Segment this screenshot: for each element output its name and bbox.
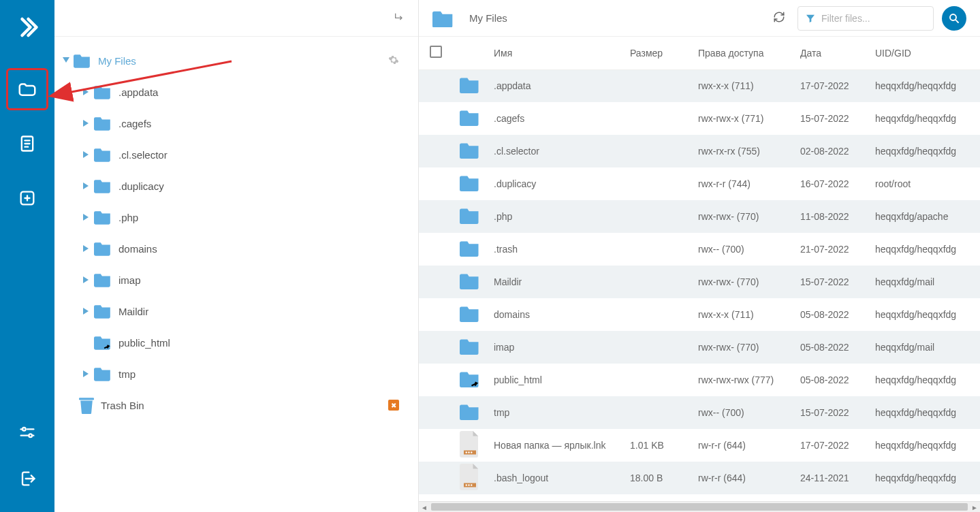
tree-item[interactable]: .php xyxy=(54,202,411,233)
table-row[interactable]: .cagefsrwx-rwx-x (771)15-07-2022heqqxfdg… xyxy=(419,102,980,135)
table-row[interactable]: imaprwx-rwx- (770)05-08-2022heqqxfdg/mai… xyxy=(419,331,980,364)
cell-name: .bash_logout xyxy=(487,462,623,494)
cell-date: 21-07-2022 xyxy=(793,233,868,266)
breadcrumb-label: My Files xyxy=(469,12,507,24)
folder-icon xyxy=(94,241,112,256)
tree-root[interactable]: My Files xyxy=(54,45,411,76)
cell-uid: heqqxfdg/heqqxfdg xyxy=(868,396,980,429)
folder-icon xyxy=(460,182,480,193)
tree-trash[interactable]: Trash Bin ✖ xyxy=(54,389,411,421)
svg-marker-17 xyxy=(83,120,89,127)
folder-icon xyxy=(460,84,480,95)
th-date[interactable]: Дата xyxy=(793,37,868,69)
rail-item-add[interactable] xyxy=(6,177,48,219)
tree-item[interactable]: public_html xyxy=(54,327,411,358)
empty-trash-icon[interactable]: ✖ xyxy=(388,400,399,411)
cell-size xyxy=(623,266,691,298)
tree-item[interactable]: .cagefs xyxy=(54,108,411,139)
cell-date: 17-07-2022 xyxy=(793,429,868,462)
folder-icon xyxy=(460,248,480,259)
app-logo[interactable] xyxy=(14,14,41,41)
nav-rail xyxy=(0,0,54,512)
cell-perm: rwx-rwx- (770) xyxy=(691,331,793,364)
tree-item-label: .cagefs xyxy=(118,118,151,129)
cell-perm: rwx-rwx- (770) xyxy=(691,200,793,233)
caret-down-icon[interactable] xyxy=(61,56,71,65)
filter-input-wrap[interactable] xyxy=(797,6,934,31)
table-row[interactable]: public_htmlrwx-rwx-rwx (777)05-08-2022he… xyxy=(419,364,980,396)
folder-icon xyxy=(460,281,480,291)
rail-item-settings[interactable] xyxy=(6,411,48,453)
table-row[interactable]: .appdatarwx-x-x (711)17-07-2022heqqxfdg/… xyxy=(419,69,980,102)
table-row[interactable]: Maildirrwx-rwx- (770)15-07-2022heqqxfdg/… xyxy=(419,266,980,298)
caret-right-icon[interactable] xyxy=(82,181,91,191)
svg-point-30 xyxy=(468,451,469,453)
caret-right-icon[interactable] xyxy=(82,212,91,222)
select-all-checkbox[interactable] xyxy=(430,46,442,58)
table-row[interactable]: .phprwx-rwx- (770)11-08-2022heqqxfdg/apa… xyxy=(419,200,980,233)
folder-icon xyxy=(460,313,480,324)
caret-right-icon[interactable] xyxy=(82,306,91,316)
scroll-left-arrow[interactable]: ◄ xyxy=(419,502,430,512)
breadcrumb[interactable]: My Files xyxy=(432,10,761,27)
svg-line-27 xyxy=(955,19,958,22)
table-row[interactable]: .trashrwx-- (700)21-07-2022heqqxfdg/heqq… xyxy=(419,233,980,266)
svg-marker-23 xyxy=(83,308,89,315)
table-row[interactable]: .duplicacyrwx-r-r (744)16-07-2022root/ro… xyxy=(419,167,980,200)
th-perm[interactable]: Права доступа xyxy=(691,37,793,69)
table-row[interactable]: .cl.selectorrwx-rx-rx (755)02-08-2022heq… xyxy=(419,135,980,167)
cell-date: 11-08-2022 xyxy=(793,200,868,233)
folder-icon xyxy=(94,366,112,381)
tree-item[interactable]: domains xyxy=(54,233,411,264)
search-icon xyxy=(948,12,960,25)
gear-icon[interactable] xyxy=(388,54,399,67)
cell-date: 15-07-2022 xyxy=(793,396,868,429)
folder-icon xyxy=(94,335,112,350)
cell-name: Новая папка — ярлык.lnk xyxy=(487,429,623,462)
file-table-wrap[interactable]: Имя Размер Права доступа Дата UID/GID .a… xyxy=(419,37,980,501)
table-row[interactable]: domainsrwx-x-x (711)05-08-2022heqqxfdg/h… xyxy=(419,298,980,331)
rail-item-files[interactable] xyxy=(6,68,48,110)
caret-right-icon[interactable] xyxy=(82,150,91,159)
enter-icon[interactable] xyxy=(394,12,405,25)
cell-size xyxy=(623,200,691,233)
caret-right-icon[interactable] xyxy=(82,338,91,347)
tree-item[interactable]: .duplicacy xyxy=(54,170,411,202)
table-row[interactable]: Новая папка — ярлык.lnk1.01 KBrw-r-r (64… xyxy=(419,429,980,462)
cell-name: .php xyxy=(487,200,623,233)
caret-right-icon[interactable] xyxy=(82,118,91,128)
cell-size: 18.00 B xyxy=(623,462,691,494)
filter-input[interactable] xyxy=(821,13,926,24)
tree-item[interactable]: imap xyxy=(54,264,411,295)
th-size[interactable]: Размер xyxy=(623,37,691,69)
folder-icon xyxy=(460,215,480,226)
cell-perm: rwx-x-x (711) xyxy=(691,298,793,331)
search-button[interactable] xyxy=(942,6,966,31)
horizontal-scrollbar[interactable]: ◄ ► xyxy=(419,501,980,512)
svg-marker-24 xyxy=(83,370,89,377)
cell-uid: root/root xyxy=(868,167,980,200)
tree-item[interactable]: Maildir xyxy=(54,295,411,327)
svg-point-35 xyxy=(471,484,472,485)
tree-item[interactable]: .cl.selector xyxy=(54,139,411,170)
cell-perm: rwx-r-r (744) xyxy=(691,167,793,200)
table-row[interactable]: tmprwx-- (700)15-07-2022heqqxfdg/heqqxfd… xyxy=(419,396,980,429)
tree-item[interactable]: tmp xyxy=(54,358,411,389)
refresh-button[interactable] xyxy=(769,7,789,29)
tree-item-label: .cl.selector xyxy=(118,149,168,161)
folder-icon xyxy=(94,147,112,162)
caret-right-icon[interactable] xyxy=(82,275,91,285)
tree-item[interactable]: .appdata xyxy=(54,76,411,108)
rail-item-logout[interactable] xyxy=(6,458,48,500)
rail-item-document[interactable] xyxy=(6,123,48,165)
scroll-right-arrow[interactable]: ► xyxy=(969,502,980,512)
caret-right-icon[interactable] xyxy=(82,87,91,97)
tree-panel: My Files .appdata.cagefs.cl.selector.dup… xyxy=(54,0,419,512)
th-uid[interactable]: UID/GID xyxy=(868,37,980,69)
table-row[interactable]: .bash_logout18.00 Brw-r-r (644)24-11-202… xyxy=(419,462,980,494)
scroll-thumb[interactable] xyxy=(431,503,968,511)
th-name[interactable]: Имя xyxy=(487,37,623,69)
cell-uid: heqqxfdg/mail xyxy=(868,266,980,298)
caret-right-icon[interactable] xyxy=(82,369,91,379)
caret-right-icon[interactable] xyxy=(82,244,91,253)
